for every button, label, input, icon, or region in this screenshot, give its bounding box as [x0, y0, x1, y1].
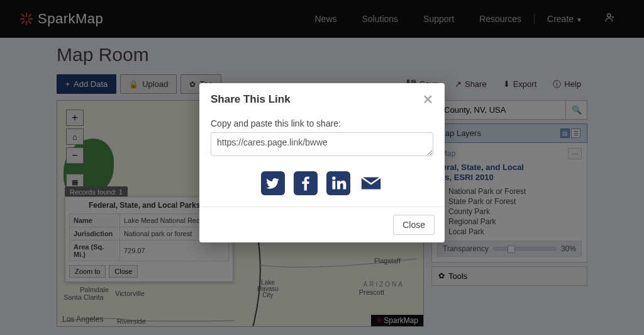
- email-icon[interactable]: [359, 171, 383, 195]
- share-link-input[interactable]: https://cares.page.link/bwwe: [211, 132, 433, 156]
- modal-close-footer-button[interactable]: Close: [393, 215, 435, 235]
- svg-rect-12: [333, 181, 336, 189]
- twitter-icon[interactable]: [261, 171, 285, 195]
- facebook-icon[interactable]: [294, 171, 318, 195]
- share-modal: Share This Link ✕ Copy and paste this li…: [199, 83, 445, 242]
- modal-title: Share This Link: [211, 93, 291, 106]
- svg-point-13: [332, 176, 335, 179]
- modal-backdrop[interactable]: Share This Link ✕ Copy and paste this li…: [0, 0, 644, 335]
- modal-hint: Copy and paste this link to share:: [211, 118, 433, 128]
- modal-close-button[interactable]: ✕: [423, 92, 433, 107]
- linkedin-icon[interactable]: [326, 171, 350, 195]
